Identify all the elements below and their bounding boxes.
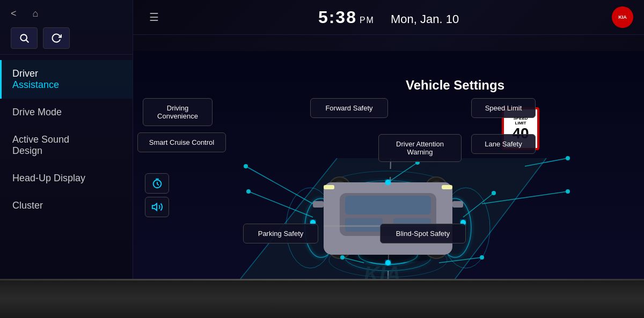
nav-icons: < ⌂ bbox=[11, 8, 122, 19]
menu-item-line1: Driver bbox=[12, 68, 122, 79]
main-content: Vehicle Settings bbox=[133, 35, 644, 279]
svg-rect-30 bbox=[345, 218, 383, 232]
svg-rect-35 bbox=[452, 201, 463, 208]
speed-limit-btn[interactable]: Speed Limit bbox=[471, 98, 536, 118]
svg-point-42 bbox=[244, 164, 248, 168]
svg-point-56 bbox=[480, 255, 484, 260]
sidebar-item-driver-assistance[interactable]: Driver Assistance bbox=[0, 60, 133, 99]
svg-marker-59 bbox=[152, 204, 156, 211]
back-button[interactable]: < bbox=[11, 8, 17, 19]
brand-logo: KIA bbox=[612, 6, 633, 28]
svg-rect-33 bbox=[442, 185, 452, 189]
sound-icon-btn[interactable] bbox=[145, 197, 169, 217]
svg-rect-29 bbox=[345, 196, 431, 215]
sidebar-item-drive-mode[interactable]: Drive Mode bbox=[0, 99, 133, 126]
svg-point-0 bbox=[20, 34, 27, 41]
svg-rect-34 bbox=[313, 201, 324, 208]
header: ☰ 5:38PM Mon, Jan. 10 KIA bbox=[133, 0, 644, 35]
timer-icon-btn[interactable] bbox=[145, 173, 169, 194]
search-refresh-row bbox=[11, 27, 122, 49]
svg-text:KIA: KIA bbox=[364, 262, 401, 279]
main-screen: < ⌂ Driver bbox=[0, 0, 644, 279]
blind-spot-btn[interactable]: Blind-Spot Safety bbox=[380, 224, 466, 243]
sidebar-item-head-up[interactable]: Head-Up Display bbox=[0, 165, 133, 192]
svg-rect-32 bbox=[324, 185, 334, 189]
svg-point-52 bbox=[566, 189, 570, 194]
parking-safety-btn[interactable]: Parking Safety bbox=[243, 224, 318, 243]
forward-safety-btn[interactable]: Forward Safety bbox=[310, 98, 388, 118]
menu-item-line2: Assistance bbox=[12, 79, 122, 91]
home-button[interactable]: ⌂ bbox=[33, 8, 39, 19]
driver-attention-btn[interactable]: Driver AttentionWarning bbox=[378, 134, 462, 162]
clock-display: 5:38PM bbox=[318, 8, 375, 27]
timer-icon bbox=[151, 178, 163, 189]
svg-point-54 bbox=[340, 255, 345, 260]
hamburger-menu[interactable]: ☰ bbox=[149, 11, 159, 24]
date-display: Mon, Jan. 10 bbox=[391, 12, 459, 26]
lane-safety-btn[interactable]: Lane Safety bbox=[471, 134, 536, 154]
sidebar-top: < ⌂ bbox=[0, 0, 133, 55]
ampm-label: PM bbox=[360, 16, 375, 25]
sidebar-item-active-sound[interactable]: Active Sound Design bbox=[0, 126, 133, 165]
search-button[interactable] bbox=[11, 27, 38, 49]
page-title: Vehicle Settings bbox=[266, 78, 644, 93]
svg-point-48 bbox=[492, 191, 496, 195]
smart-cruise-btn[interactable]: Smart Cruise Control bbox=[137, 132, 226, 152]
svg-point-50 bbox=[566, 156, 570, 160]
refresh-button[interactable] bbox=[43, 27, 70, 49]
driving-convenience-btn[interactable]: DrivingConvenience bbox=[143, 98, 213, 126]
sidebar-menu: Driver Assistance Drive Mode Active Soun… bbox=[0, 55, 133, 225]
time-date-display: 5:38PM Mon, Jan. 10 bbox=[318, 8, 459, 27]
svg-line-1 bbox=[26, 40, 29, 43]
svg-point-44 bbox=[246, 189, 251, 194]
sidebar: < ⌂ Driver bbox=[0, 0, 133, 279]
bottom-bezel bbox=[0, 279, 644, 318]
sidebar-item-cluster[interactable]: Cluster bbox=[0, 192, 133, 219]
sound-icon bbox=[151, 201, 163, 213]
